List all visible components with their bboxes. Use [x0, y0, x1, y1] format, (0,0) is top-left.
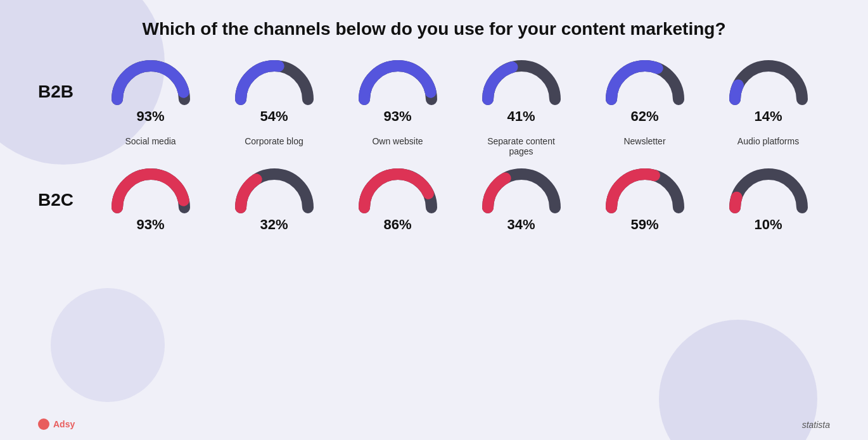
b2c-gauge-5: 10% — [727, 167, 810, 233]
b2b-gauge-1: 54% — [233, 58, 316, 125]
b2c-value-4: 59% — [630, 217, 658, 233]
category-label-5: Audio platforms — [727, 136, 810, 156]
b2c-value-2: 86% — [383, 217, 411, 233]
b2b-label: B2B — [38, 82, 89, 102]
b2b-value-2: 93% — [383, 108, 411, 125]
b2b-value-5: 14% — [754, 108, 782, 125]
b2b-gauge-4: 62% — [604, 58, 686, 125]
b2c-value-5: 10% — [754, 217, 782, 233]
chart-title: Which of the channels below do you use f… — [38, 19, 830, 39]
b2c-gauge-0: 93% — [110, 167, 192, 233]
category-label-4: Newsletter — [604, 136, 686, 156]
b2b-value-3: 41% — [507, 108, 535, 125]
category-label-3: Separate content pages — [480, 136, 563, 156]
b2c-gauge-1: 32% — [233, 167, 316, 233]
b2b-value-0: 93% — [136, 108, 164, 125]
b2b-gauge-2: 93% — [357, 58, 439, 125]
b2b-gauge-3: 41% — [480, 58, 563, 125]
b2c-gauge-4: 59% — [604, 167, 686, 233]
b2c-gauge-2: 86% — [357, 167, 439, 233]
b2c-value-3: 34% — [507, 217, 535, 233]
b2b-section: B2B 93% 54% 93% 41% 62% — [38, 58, 830, 125]
b2c-value-1: 32% — [260, 217, 288, 233]
category-label-0: Social media — [110, 136, 192, 156]
category-label-1: Corporate blog — [233, 136, 316, 156]
b2b-gauge-5: 14% — [727, 58, 810, 125]
b2b-gauge-0: 93% — [110, 58, 192, 125]
category-label-2: Own website — [357, 136, 439, 156]
b2c-section: B2C 93% 32% 86% 34% 59% — [38, 167, 830, 233]
b2b-value-4: 62% — [630, 108, 658, 125]
b2b-gauges: 93% 54% 93% 41% 62% 14% — [89, 58, 830, 125]
b2c-value-0: 93% — [136, 217, 164, 233]
b2c-gauges: 93% 32% 86% 34% 59% 10% — [89, 167, 830, 233]
b2c-gauge-3: 34% — [480, 167, 563, 233]
category-labels-row: Social mediaCorporate blogOwn websiteSep… — [89, 131, 830, 161]
b2b-value-1: 54% — [260, 108, 288, 125]
b2c-label: B2C — [38, 190, 89, 210]
